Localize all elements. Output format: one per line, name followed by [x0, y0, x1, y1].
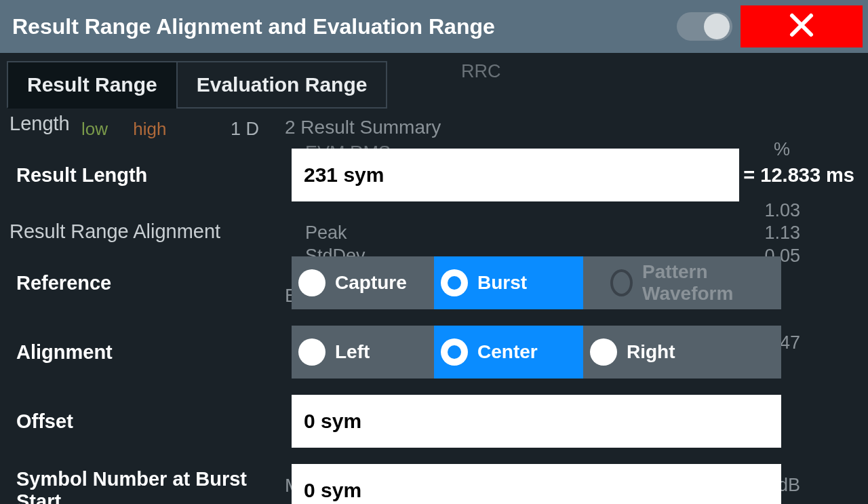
radio-icon — [441, 338, 468, 366]
radio-icon — [298, 269, 326, 296]
result-length-ms: = 12.833 ms — [739, 164, 861, 187]
alignment-option-center[interactable]: Center — [434, 326, 583, 379]
tab-result-range[interactable]: Result Range — [7, 61, 178, 109]
alignment-option-right[interactable]: Right — [583, 326, 781, 379]
section-length-title: Length — [7, 107, 861, 144]
close-icon — [787, 10, 816, 43]
row-result-length: Result Length = 12.833 ms — [7, 144, 861, 208]
option-label: Left — [335, 341, 370, 363]
alignment-option-left[interactable]: Left — [292, 326, 434, 379]
row-offset: Offset — [7, 385, 861, 454]
row-reference: Reference Capture Burst Pattern Waveform — [7, 252, 861, 316]
option-label: Pattern Waveform — [642, 261, 769, 305]
result-range-panel: Length Result Length = 12.833 ms Result … — [7, 107, 861, 504]
tab-bar: Result Range Evaluation Range — [7, 61, 868, 109]
reference-option-capture[interactable]: Capture — [292, 256, 434, 309]
label-symbol-number: Symbol Number at Burst Start — [7, 468, 292, 504]
label-offset: Offset — [7, 410, 292, 433]
title-bar: Result Range Alignment and Evaluation Ra… — [0, 0, 868, 53]
radio-icon — [441, 269, 468, 296]
result-length-input[interactable] — [292, 149, 739, 201]
reference-option-pattern-waveform: Pattern Waveform — [583, 256, 781, 309]
section-alignment-title: Result Range Alignment — [7, 208, 861, 252]
symbol-number-input[interactable] — [292, 464, 781, 504]
radio-icon — [298, 338, 326, 366]
offset-input[interactable] — [292, 395, 781, 448]
option-label: Right — [627, 341, 675, 363]
option-label: Center — [477, 341, 538, 363]
option-label: Capture — [335, 272, 407, 294]
toggle-knob — [704, 14, 730, 39]
mode-toggle[interactable] — [677, 12, 732, 41]
alignment-radio-group: Left Center Right — [292, 326, 781, 379]
radio-icon — [590, 338, 617, 366]
label-alignment: Alignment — [7, 341, 292, 364]
option-label: Burst — [477, 272, 527, 294]
row-alignment: Alignment Left Center Right — [7, 316, 861, 385]
label-result-length: Result Length — [7, 164, 292, 187]
tab-evaluation-range[interactable]: Evaluation Range — [176, 61, 388, 109]
dialog-title: Result Range Alignment and Evaluation Ra… — [12, 14, 677, 39]
reference-option-burst[interactable]: Burst — [434, 256, 583, 309]
row-symbol-number: Symbol Number at Burst Start — [7, 454, 861, 504]
close-button[interactable] — [741, 5, 863, 47]
reference-radio-group: Capture Burst Pattern Waveform — [292, 256, 781, 309]
label-reference: Reference — [7, 272, 292, 294]
radio-icon — [610, 269, 633, 296]
